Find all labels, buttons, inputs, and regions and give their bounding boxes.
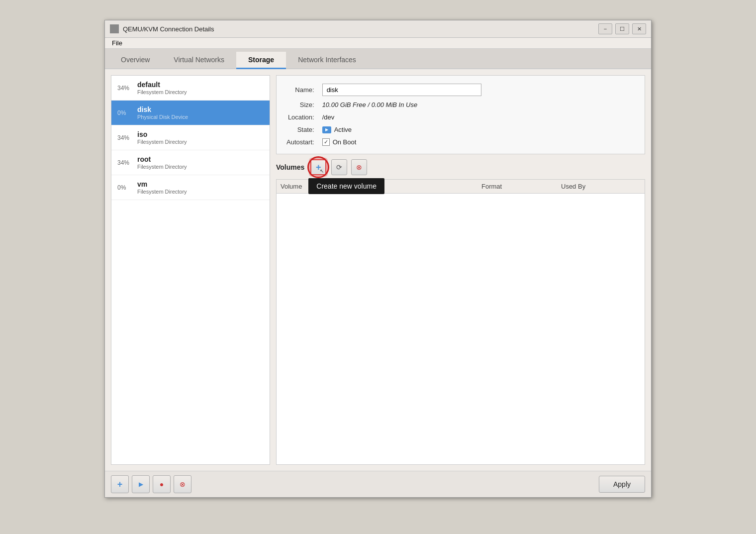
add-pool-button[interactable]: + (111, 475, 129, 493)
pool-type-default: Filesystem Directory (137, 89, 187, 95)
window-title: QEMU/KVM Connection Details (123, 25, 214, 33)
add-volume-button[interactable]: + ↖ (310, 159, 326, 175)
delete-volume-button[interactable]: ⊗ (351, 159, 367, 175)
pool-type-root: Filesystem Directory (137, 164, 187, 170)
state-value: Active (334, 126, 352, 133)
content-area: 34% default Filesystem Directory 0% disk… (105, 69, 651, 471)
table-body (277, 194, 645, 464)
col-format: Format (481, 183, 561, 190)
tab-overview[interactable]: Overview (109, 52, 162, 69)
menu-bar: File (105, 38, 651, 49)
start-pool-icon: ▶ (139, 481, 143, 488)
minimize-button[interactable]: − (598, 23, 612, 34)
delete-pool-icon: ⊗ (180, 480, 186, 488)
pool-name-vm: vm (137, 180, 187, 188)
pool-percent-default: 34% (117, 85, 131, 92)
pool-type-iso: Filesystem Directory (137, 139, 187, 145)
stop-pool-icon: ● (160, 480, 164, 488)
pool-type-vm: Filesystem Directory (137, 189, 187, 195)
main-panel: Name: Size: 10.00 GiB Free / 0.00 MiB In… (276, 75, 645, 465)
add-pool-icon: + (117, 479, 123, 490)
main-window: QEMU/KVM Connection Details − ☐ ✕ File O… (104, 20, 652, 498)
refresh-volumes-button[interactable]: ⟳ (331, 159, 347, 175)
size-value: 10.00 GiB Free / 0.00 MiB In Use (322, 101, 635, 108)
volumes-table: Volume Format Used By (276, 179, 645, 465)
autostart-label: Autostart: (286, 138, 314, 146)
refresh-icon: ⟳ (336, 163, 342, 171)
app-icon (110, 24, 119, 33)
tab-virtual-networks[interactable]: Virtual Networks (162, 52, 236, 69)
start-pool-button[interactable]: ▶ (132, 475, 150, 493)
pool-item-default[interactable]: 34% default Filesystem Directory (111, 76, 270, 101)
pool-percent-root: 34% (117, 159, 131, 166)
location-label: Location: (286, 113, 314, 121)
tab-bar: Overview Virtual Networks Storage Networ… (105, 49, 651, 69)
maximize-button[interactable]: ☐ (615, 23, 629, 34)
file-menu[interactable]: File (109, 38, 125, 48)
volumes-header: Volumes + ↖ Create new volume (276, 159, 645, 175)
autostart-checkbox[interactable]: ✓ (322, 138, 330, 146)
volumes-label: Volumes (276, 163, 304, 171)
title-bar-left: QEMU/KVM Connection Details (110, 24, 214, 33)
volumes-section: Volumes + ↖ Create new volume (276, 159, 645, 465)
add-volume-wrapper: + ↖ Create new volume (310, 159, 326, 175)
col-used-by: Used By (561, 183, 641, 190)
bottom-bar: + ▶ ● ⊗ Apply (105, 471, 651, 497)
name-label: Name: (286, 86, 314, 94)
close-button[interactable]: ✕ (632, 23, 646, 34)
pool-type-disk: Physical Disk Device (137, 114, 188, 120)
pool-name-default: default (137, 81, 187, 89)
location-value: /dev (322, 113, 635, 121)
delete-icon: ⊗ (356, 163, 362, 171)
pool-item-root[interactable]: 34% root Filesystem Directory (111, 150, 270, 175)
bottom-left-buttons: + ▶ ● ⊗ (111, 475, 191, 493)
storage-pool-list: 34% default Filesystem Directory 0% disk… (111, 75, 270, 465)
pool-name-iso: iso (137, 130, 187, 138)
autostart-value: On Boot (333, 138, 357, 146)
title-bar: QEMU/KVM Connection Details − ☐ ✕ (105, 20, 651, 38)
pool-name-disk: disk (137, 106, 188, 113)
state-label: State: (286, 126, 314, 133)
pool-details: Name: Size: 10.00 GiB Free / 0.00 MiB In… (276, 75, 645, 154)
pool-item-vm[interactable]: 0% vm Filesystem Directory (111, 175, 270, 200)
tab-network-interfaces[interactable]: Network Interfaces (286, 52, 368, 69)
plus-icon: + (316, 162, 321, 173)
add-volume-tooltip: Create new volume (308, 178, 384, 194)
state-icon (322, 126, 331, 133)
pool-item-disk[interactable]: 0% disk Physical Disk Device (111, 101, 270, 125)
size-label: Size: (286, 101, 314, 108)
name-input[interactable] (322, 84, 481, 96)
pool-name-root: root (137, 155, 187, 163)
pool-percent-iso: 34% (117, 134, 131, 141)
tab-storage[interactable]: Storage (236, 52, 286, 69)
pool-percent-disk: 0% (117, 109, 131, 116)
pool-percent-vm: 0% (117, 184, 131, 191)
pool-item-iso[interactable]: 34% iso Filesystem Directory (111, 125, 270, 150)
delete-pool-button[interactable]: ⊗ (174, 475, 191, 493)
apply-button[interactable]: Apply (599, 476, 645, 493)
stop-pool-button[interactable]: ● (153, 475, 171, 493)
window-controls: − ☐ ✕ (598, 23, 646, 34)
